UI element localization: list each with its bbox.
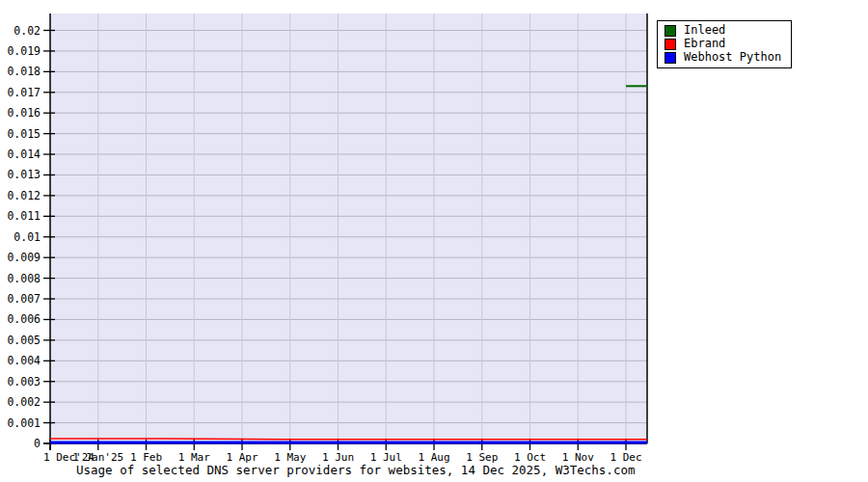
series-line-ebrand <box>50 439 647 440</box>
y-tick-label: 0 <box>34 437 41 450</box>
legend-swatch-icon <box>665 52 676 64</box>
y-tick-label: 0.016 <box>7 106 41 120</box>
y-tick-label: 0.017 <box>7 86 41 99</box>
y-tick-label: 0.008 <box>7 272 41 285</box>
legend-label: Webhost Python <box>684 51 781 64</box>
y-tick-label: 0.014 <box>7 147 41 161</box>
y-tick-label: 0.003 <box>7 375 41 388</box>
legend: InleedEbrandWebhost Python <box>657 20 792 68</box>
y-tick-label: 0.02 <box>14 24 41 38</box>
y-tick-label: 0.01 <box>14 230 41 244</box>
y-tick-label: 0.011 <box>7 209 41 223</box>
y-tick-label: 0.015 <box>7 127 41 141</box>
legend-swatch-icon <box>665 39 676 50</box>
legend-label: Inleed <box>684 24 725 37</box>
y-tick-label: 0.013 <box>7 168 41 181</box>
y-tick-label: 0.006 <box>7 312 41 326</box>
plot-area: 00.0010.0020.0030.0040.0050.0060.0070.00… <box>0 0 868 482</box>
y-tick-label: 0.001 <box>7 416 41 430</box>
plot-background <box>50 13 647 443</box>
y-tick-label: 0.004 <box>7 354 41 367</box>
dns-usage-chart: 00.0010.0020.0030.0040.0050.0060.0070.00… <box>0 0 868 482</box>
y-tick-label: 0.018 <box>7 65 41 78</box>
y-tick-label: 0.005 <box>7 334 41 347</box>
y-tick-label: 0.002 <box>7 395 41 409</box>
legend-swatch-icon <box>665 25 676 37</box>
y-tick-label: 0.009 <box>7 251 41 264</box>
legend-item: Webhost Python <box>665 51 781 64</box>
y-tick-label: 0.019 <box>7 44 41 58</box>
legend-item: Inleed <box>665 24 781 37</box>
chart-title: Usage of selected DNS server providers f… <box>76 463 635 477</box>
legend-label: Ebrand <box>684 38 725 50</box>
y-tick-label: 0.012 <box>7 189 41 202</box>
y-tick-label: 0.007 <box>7 292 41 306</box>
legend-item: Ebrand <box>665 38 781 50</box>
